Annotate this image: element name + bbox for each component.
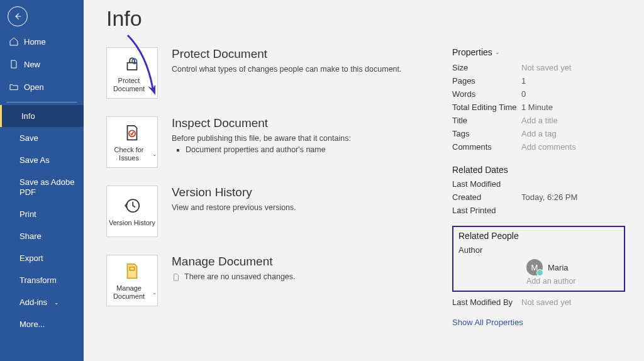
sidebar-item-open[interactable]: Open [0,75,84,98]
prop-total-editing-time: Total Editing Time1 Minute [452,101,625,114]
section-body: Inspect Document Before publishing this … [172,116,351,168]
open-icon [9,82,19,92]
page-title: Info [106,6,625,31]
sidebar-item-save-adobe-pdf[interactable]: Save as Adobe PDF [0,171,84,203]
sidebar-item-addins[interactable]: Add-ins⌄ [0,291,84,313]
chevron-down-icon: ⌄ [152,151,157,158]
lock-icon [123,53,142,74]
properties-panel: Properties ⌄ SizeNot saved yet Pages1 Wo… [446,47,625,327]
back-arrow-icon [13,12,22,21]
sidebar-item-label: Export [19,253,43,263]
prop-created: CreatedToday, 6:26 PM [452,191,625,204]
sidebar-item-print[interactable]: Print [0,203,84,225]
chevron-down-icon: ⌄ [152,289,157,296]
prop-tags[interactable]: TagsAdd a tag [452,127,625,140]
prop-author: Author [458,243,619,257]
section-desc: Before publishing this file, be aware th… [172,134,351,143]
sidebar-item-label: Save As [19,155,50,165]
prop-last-printed: Last Printed [452,204,625,217]
chevron-down-icon: ⌄ [495,49,500,55]
section-heading: Version History [172,186,296,199]
sidebar-item-label: Save [19,133,38,143]
info-sections: Protect Document⌄ Protect Document Contr… [106,47,446,327]
app-root: Home New Open Info Save Save As Save as … [0,0,644,361]
section-desc: There are no unsaved changes. [184,272,296,281]
tile-label: Check for Issues [107,146,151,162]
section-inspect: Check for Issues⌄ Inspect Document Befor… [106,116,446,168]
prop-words: Words0 [452,87,625,101]
sidebar-divider [6,102,77,103]
tile-label: Version History [109,219,155,227]
section-manage: Manage Document⌄ Manage Document There a… [106,255,446,306]
sidebar-item-label: Print [19,209,36,219]
section-body: Manage Document There are no unsaved cha… [172,255,296,306]
related-dates-heading: Related Dates [452,165,625,175]
sidebar-item-label: Open [24,82,44,92]
properties-heading: Properties [452,47,492,57]
sidebar-item-label: New [24,60,40,69]
prop-comments[interactable]: CommentsAdd comments [452,140,625,153]
sidebar-item-label: Info [21,111,35,121]
section-version: Version History Version History View and… [106,186,446,237]
add-author-link[interactable]: Add an author [526,277,619,286]
sidebar-item-label: Transform [19,275,57,285]
backstage-sidebar: Home New Open Info Save Save As Save as … [0,0,84,361]
content-row: Protect Document⌄ Protect Document Contr… [106,47,625,327]
inspect-bullet: Document properties and author's name [186,145,351,154]
history-icon [123,195,142,216]
sidebar-item-save[interactable]: Save [0,127,84,149]
section-heading: Manage Document [172,255,296,269]
section-body: Protect Document Control what types of c… [172,47,402,99]
sidebar-item-label: Home [24,37,46,47]
author-avatar: M [526,259,543,275]
sidebar-item-label: Add-ins [19,297,47,307]
section-heading: Inspect Document [172,116,351,130]
prop-title[interactable]: TitleAdd a title [452,114,625,127]
tile-label: Manage Document [107,284,151,301]
show-all-properties-link[interactable]: Show All Properties [452,318,625,327]
new-icon [9,59,19,69]
sidebar-item-info[interactable]: Info [0,105,84,127]
prop-last-modified-by: Last Modified ByNot saved yet [452,296,625,309]
sidebar-item-home[interactable]: Home [0,30,84,53]
manage-icon [123,260,142,282]
author-name: Maria [548,263,569,272]
inspect-icon [123,122,142,143]
section-desc: View and restore previous versions. [172,203,296,212]
related-people-highlight: Related People Author M Maria Add an aut… [452,226,625,292]
chevron-down-icon: ⌄ [152,82,157,89]
properties-dropdown[interactable]: Properties ⌄ [452,47,625,57]
sidebar-item-transform[interactable]: Transform [0,269,84,291]
section-protect: Protect Document⌄ Protect Document Contr… [106,47,446,99]
sidebar-item-label: More... [19,319,45,329]
prop-last-modified: Last Modified [452,177,625,191]
sidebar-item-label: Share [19,231,42,241]
sidebar-item-new[interactable]: New [0,53,84,75]
section-desc: Control what types of changes people can… [172,65,402,74]
main-content: Info Protect Document⌄ Protect Document … [84,0,644,361]
home-icon [9,36,19,47]
author-entry[interactable]: M Maria [526,259,619,275]
prop-size: SizeNot saved yet [452,61,625,74]
sidebar-item-label: Save as Adobe PDF [19,177,75,197]
protect-document-button[interactable]: Protect Document⌄ [106,47,158,99]
sidebar-item-export[interactable]: Export [0,247,84,269]
chevron-down-icon: ⌄ [54,299,59,306]
sidebar-item-share[interactable]: Share [0,225,84,247]
version-history-button[interactable]: Version History [106,186,158,237]
document-icon [172,273,180,282]
check-for-issues-button[interactable]: Check for Issues⌄ [106,116,158,168]
tile-label: Protect Document [107,77,151,93]
section-body: Version History View and restore previou… [172,186,296,237]
sidebar-item-save-as[interactable]: Save As [0,149,84,171]
prop-pages: Pages1 [452,74,625,87]
section-heading: Protect Document [172,47,402,61]
sidebar-item-more[interactable]: More... [0,313,84,335]
back-button[interactable] [8,6,28,26]
related-people-heading: Related People [458,231,619,241]
manage-document-button[interactable]: Manage Document⌄ [106,255,158,306]
